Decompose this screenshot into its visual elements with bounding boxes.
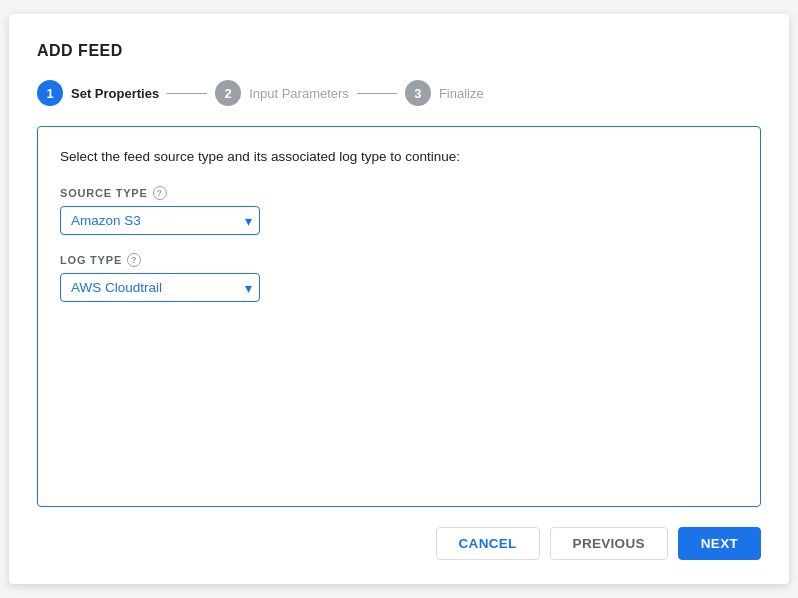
step-line-1 xyxy=(167,93,207,94)
step-1-label: Set Properties xyxy=(71,86,159,101)
cancel-button[interactable]: CANCEL xyxy=(436,527,540,560)
step-2: 2 Input Parameters xyxy=(215,80,349,106)
next-button[interactable]: NEXT xyxy=(678,527,761,560)
step-3-circle: 3 xyxy=(405,80,431,106)
add-feed-dialog: ADD FEED 1 Set Properties 2 Input Parame… xyxy=(9,14,789,584)
dialog-title: ADD FEED xyxy=(37,42,761,60)
source-type-select-wrapper: Amazon S3 Google Cloud Storage Azure Blo… xyxy=(60,206,260,235)
step-2-circle: 2 xyxy=(215,80,241,106)
stepper: 1 Set Properties 2 Input Parameters 3 Fi… xyxy=(37,80,761,106)
log-type-help-icon[interactable]: ? xyxy=(127,253,141,267)
log-type-select[interactable]: AWS Cloudtrail AWS GuardDuty AWS S3 Acce… xyxy=(60,273,260,302)
footer: CANCEL PREVIOUS NEXT xyxy=(37,527,761,560)
step-line-2 xyxy=(357,93,397,94)
content-box: Select the feed source type and its asso… xyxy=(37,126,761,507)
instruction-text: Select the feed source type and its asso… xyxy=(60,149,738,164)
source-type-label: SOURCE TYPE xyxy=(60,187,148,199)
step-2-label: Input Parameters xyxy=(249,86,349,101)
source-type-help-icon[interactable]: ? xyxy=(153,186,167,200)
log-type-label: LOG TYPE xyxy=(60,254,122,266)
source-type-label-row: SOURCE TYPE ? xyxy=(60,186,738,200)
log-type-select-wrapper: AWS Cloudtrail AWS GuardDuty AWS S3 Acce… xyxy=(60,273,260,302)
log-type-label-row: LOG TYPE ? xyxy=(60,253,738,267)
step-1: 1 Set Properties xyxy=(37,80,159,106)
step-3: 3 Finalize xyxy=(405,80,484,106)
step-3-label: Finalize xyxy=(439,86,484,101)
source-type-select[interactable]: Amazon S3 Google Cloud Storage Azure Blo… xyxy=(60,206,260,235)
previous-button[interactable]: PREVIOUS xyxy=(550,527,668,560)
step-1-circle: 1 xyxy=(37,80,63,106)
